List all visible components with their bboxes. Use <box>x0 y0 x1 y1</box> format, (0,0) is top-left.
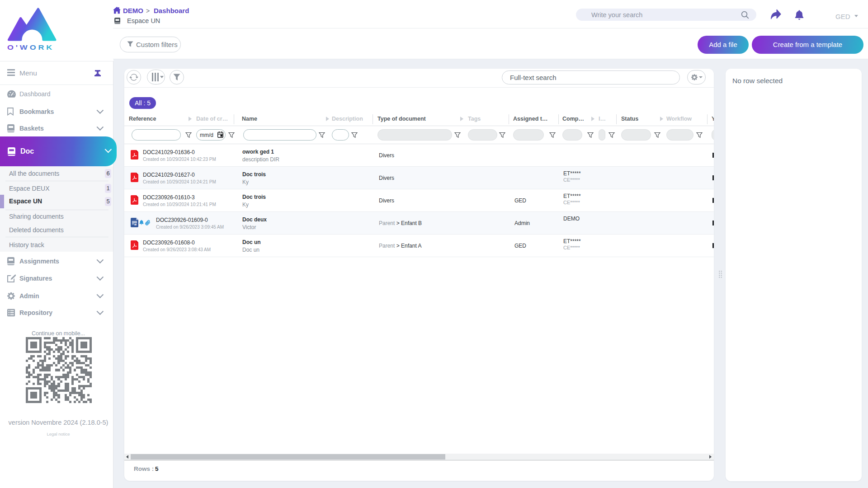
svg-text:O'WORK: O'WORK <box>7 43 54 51</box>
svg-text:w: w <box>134 223 137 226</box>
